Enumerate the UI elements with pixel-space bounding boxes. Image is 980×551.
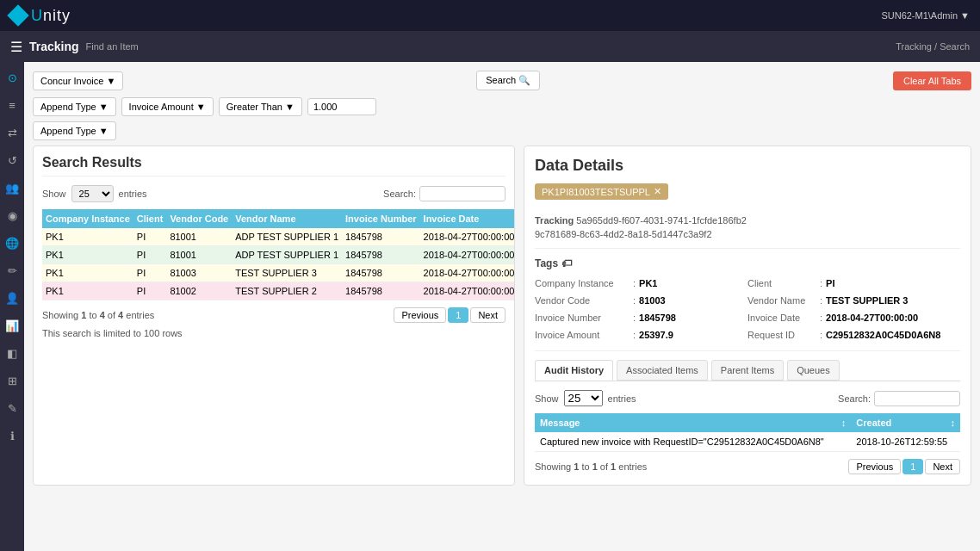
field-invoice-amount: Invoice Amount : 25397.9: [535, 328, 747, 342]
vendor-code-value: 81003: [639, 295, 666, 306]
sidebar-icon-grid[interactable]: ⊞: [3, 372, 21, 389]
previous-button[interactable]: Previous: [394, 307, 446, 323]
in-colon: :: [633, 313, 636, 323]
sidebar-icon-globe[interactable]: 🌐: [3, 234, 21, 251]
append-type-button-1[interactable]: Append Type ▼: [33, 97, 116, 116]
detail-tabs: Audit History Associated Items Parent It…: [535, 360, 960, 381]
append-type-button-2[interactable]: Append Type ▼: [33, 121, 116, 140]
filter-row-1: Append Type ▼ Invoice Amount ▼ Greater T…: [33, 97, 971, 116]
sub-previous-button[interactable]: Previous: [848, 459, 901, 474]
id-colon: :: [820, 313, 822, 323]
sidebar-icon-user[interactable]: 👤: [3, 289, 21, 306]
sidebar-icon-list[interactable]: ≡: [3, 96, 21, 114]
col-invoice-number[interactable]: Invoice Number: [342, 209, 420, 228]
col-company-instance[interactable]: Company Instance: [42, 209, 133, 228]
sidebar-icon-pencil[interactable]: ✎: [3, 399, 21, 417]
page-title: Tracking: [29, 40, 79, 53]
logo-text: Unity: [31, 7, 71, 25]
sidebar-icon-refresh[interactable]: ↺: [3, 152, 21, 169]
main-content: Concur Invoice ▼ Search 🔍 Clear All Tabs…: [24, 62, 980, 551]
table-search-label: Search:: [383, 189, 416, 199]
tab-audit-history[interactable]: Audit History: [535, 360, 613, 381]
entries-label: entries: [119, 189, 147, 199]
filter-value-input[interactable]: [307, 98, 376, 115]
entries-select[interactable]: 25 50 100: [71, 185, 114, 202]
field-client: Client : PI: [747, 276, 960, 290]
next-button[interactable]: Next: [470, 307, 506, 323]
vc-colon: :: [633, 295, 636, 306]
user-info[interactable]: SUN62-M1\Admin ▼: [881, 10, 970, 21]
concur-invoice-button[interactable]: Concur Invoice ▼: [33, 71, 123, 90]
sub-col-created[interactable]: Created ↕: [851, 413, 960, 432]
sub-entries-select[interactable]: 25 50 100: [564, 390, 603, 406]
show-entries-left: Show 25 50 100 entries: [42, 185, 147, 202]
search-button[interactable]: Search 🔍: [476, 71, 540, 90]
invoice-number-value: 1845798: [639, 313, 676, 323]
sub-entries-label: entries: [608, 393, 636, 404]
page-subtitle: Find an Item: [86, 41, 139, 52]
tags-label: Tags 🏷: [535, 257, 960, 269]
sub-next-button[interactable]: Next: [925, 459, 960, 474]
sidebar-icon-layout[interactable]: ◧: [3, 344, 21, 362]
sidebar-icon-users[interactable]: 👥: [3, 179, 21, 196]
sidebar-icon-home[interactable]: ⊙: [3, 69, 21, 86]
tags-section: Tags 🏷 Company Instance : PK1 Client : P…: [535, 257, 960, 342]
top-nav: Unity SUN62-M1\Admin ▼: [0, 0, 980, 31]
table-row[interactable]: PK1PI81001ADP TEST SUPPLIER 118457982018…: [42, 228, 514, 246]
field-invoice-date: Invoice Date : 2018-04-27T00:00:00: [747, 311, 960, 325]
logo: Unity: [10, 7, 71, 25]
invoice-amount-button[interactable]: Invoice Amount ▼: [121, 97, 214, 116]
search-bar-area: Concur Invoice ▼ Search 🔍 Clear All Tabs: [33, 71, 971, 90]
vendor-name-value: TEST SUPPLIER 3: [826, 295, 908, 306]
tracking-id-2: 9c781689-8c63-4dd2-8a18-5d1447c3a9f2: [535, 229, 960, 239]
sub-pagination: Showing 1 to 1 of 1 entries Previous 1 N…: [535, 459, 960, 474]
table-row[interactable]: PK1PI81002TEST SUPPLIER 218457982018-04-…: [42, 282, 514, 300]
table-row[interactable]: PK1PI81001ADP TEST SUPPLIER 118457982018…: [42, 246, 514, 264]
logo-diamond: [7, 4, 28, 26]
greater-than-button[interactable]: Greater Than ▼: [219, 97, 302, 116]
search-limit: This search is limited to 100 rows: [42, 328, 506, 338]
show-entries: Show 25 50 100 entries Search:: [42, 185, 506, 202]
tab-parent-items[interactable]: Parent Items: [711, 360, 784, 381]
tab-queues[interactable]: Queues: [787, 360, 840, 381]
col-vendor-name[interactable]: Vendor Name: [232, 209, 342, 228]
sidebar-icon-edit[interactable]: ✏: [3, 262, 21, 279]
sub-page-1-button[interactable]: 1: [902, 459, 923, 474]
search-results-title: Search Results: [42, 155, 506, 176]
clear-all-tabs-button[interactable]: Clear All Tabs: [893, 71, 971, 90]
two-col-layout: Search Results Show 25 50 100 entries: [33, 145, 971, 486]
sub-search-input[interactable]: [874, 391, 960, 406]
sub-show-label: Show: [535, 393, 559, 404]
sidebar-icon-info[interactable]: ℹ: [3, 427, 21, 444]
sidebar-icon-transfer[interactable]: ⇄: [3, 124, 21, 141]
hamburger-icon[interactable]: ☰: [10, 39, 22, 55]
sub-show-entries: Show 25 50 100 entries Search:: [535, 390, 960, 406]
results-table: Company Instance Client Vendor Code Vend…: [42, 209, 514, 300]
col-invoice-date[interactable]: Invoice Date: [420, 209, 514, 228]
page-1-button[interactable]: 1: [448, 307, 468, 323]
sub-col-message[interactable]: Message ↕: [535, 413, 851, 432]
table-row[interactable]: PK1PI81003TEST SUPPLIER 318457982018-04-…: [42, 264, 514, 282]
table-search-input[interactable]: [419, 186, 506, 201]
sidebar-icon-circle[interactable]: ◉: [3, 207, 21, 224]
sub-nav: ☰ Tracking Find an Item Tracking / Searc…: [0, 31, 980, 62]
tracking-id-1: 5a965dd9-f607-4031-9741-1fcfde186fb2: [576, 215, 747, 226]
tag-badge-close[interactable]: ✕: [654, 186, 661, 197]
invoice-amount-value: 25397.9: [639, 330, 673, 340]
sub-table-row: Captured new invoice with RequestID="C29…: [535, 432, 960, 452]
invoice-date-value: 2018-04-27T00:00:00: [826, 313, 918, 323]
tag-icon: 🏷: [561, 257, 572, 269]
company-instance-label: Company Instance: [535, 278, 630, 288]
invoice-date-label: Invoice Date: [747, 313, 816, 323]
field-request-id: Request ID : C29512832A0C45D0A6N8: [747, 328, 960, 342]
sidebar-icon-chart[interactable]: 📊: [3, 317, 21, 334]
col-vendor-code[interactable]: Vendor Code: [166, 209, 232, 228]
col-client[interactable]: Client: [133, 209, 167, 228]
pagination-info: Showing 1 to 4 of 4 entries: [42, 310, 154, 320]
tab-associated-items[interactable]: Associated Items: [617, 360, 708, 381]
invoice-number-label: Invoice Number: [535, 313, 630, 323]
vendor-code-label: Vendor Code: [535, 295, 630, 306]
sub-table: Message ↕ Created ↕ Captured new invoice…: [535, 413, 960, 452]
sub-search-label: Search:: [838, 393, 871, 404]
client-label: Client: [747, 278, 816, 288]
